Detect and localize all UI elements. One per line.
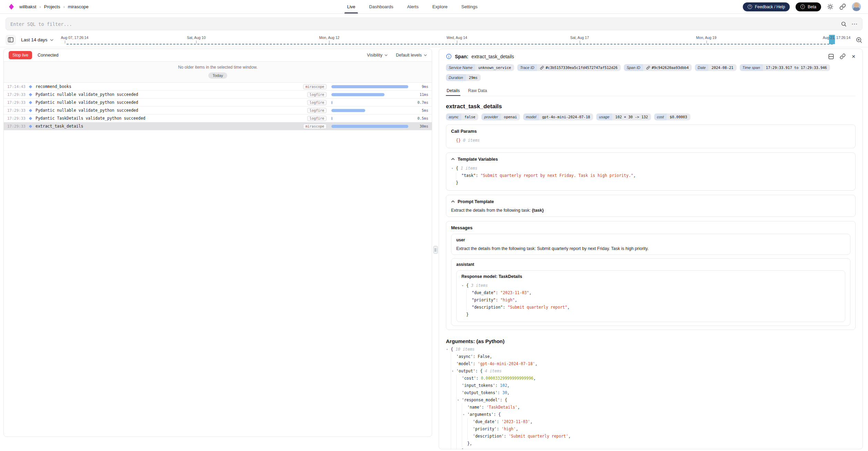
code-line: } [466, 311, 840, 318]
theme-toggle-icon[interactable] [827, 3, 834, 10]
scope-tag: mirascope [303, 84, 327, 89]
log-row[interactable]: 17:29:33 Pydantic nullable validate_pyth… [4, 99, 432, 107]
badge-label: Service Name [446, 64, 475, 71]
scope-tag: logfire [307, 100, 327, 105]
stop-live-button[interactable]: Stop live [9, 51, 32, 59]
log-name: Pydantic nullable validate_python succee… [36, 100, 138, 105]
duration-bar [331, 85, 408, 88]
duration-value: 0.7ms [412, 100, 428, 104]
span-detail-heading: extract_task_details [446, 103, 856, 110]
link-icon[interactable] [646, 66, 650, 70]
collapse-caret-icon[interactable]: ▾ [452, 368, 456, 375]
feedback-help-button[interactable]: ? Feedback / Help [743, 2, 790, 11]
duration-value: 0.5ms [412, 116, 428, 120]
duration-track [331, 109, 408, 112]
span-diamond-icon [29, 124, 32, 128]
scope-tag: logfire [307, 92, 327, 97]
sql-filter-input[interactable] [10, 21, 836, 27]
scope-tag: mirascope [303, 124, 327, 129]
tab-raw-data[interactable]: Raw Data [467, 87, 488, 96]
collapse-caret-icon[interactable]: ▾ [446, 346, 451, 353]
trace-id-badge: Trace ID #c3b5157330ea5c1fd4572747af512d… [517, 64, 621, 71]
async-badge: async false [446, 113, 478, 120]
span-meta-badges: Service Name unknown_service Trace ID #c… [446, 64, 856, 81]
prompt-template-title: Prompt Template [458, 199, 494, 204]
badge-value: $0.00003 [667, 113, 690, 120]
template-variables-card: Template Variables ▾{ 1 items"task": "Su… [446, 152, 856, 191]
collapse-caret-icon[interactable]: ▾ [462, 282, 466, 289]
search-icon[interactable] [841, 21, 847, 27]
time-span-badge: Time span 17:29:33.917 to 17:29:33.946 [740, 64, 830, 71]
question-circle-icon: ? [748, 4, 752, 9]
main-nav-tabs: Live Dashboards Alerts Explore Settings [347, 0, 477, 13]
link-icon[interactable] [540, 66, 544, 70]
tab-live[interactable]: Live [347, 0, 355, 13]
arguments-code: ▾{ 10 items'async': False,'model': 'gpt-… [446, 346, 856, 449]
collapse-section-icon[interactable] [451, 200, 455, 203]
visibility-dropdown[interactable]: Visibility [367, 53, 388, 58]
messages-title: Messages [451, 225, 850, 230]
span-attr-badges: async false provider openai model gpt-4o… [446, 113, 856, 120]
badge-value: gpt-4o-mini-2024-07-18 [539, 113, 593, 120]
badge-value[interactable]: #9c942620aa93dbb4 [652, 66, 689, 70]
close-icon[interactable]: ✕ [851, 54, 856, 59]
collapse-caret-icon[interactable]: ▾ [463, 411, 467, 418]
duration-bar [331, 125, 408, 128]
duration-bar [331, 93, 385, 96]
code-line: ▾{ 3 items [466, 282, 840, 289]
timeline-bar: Last 14 days Aug 07, 17:26:14 Sat, Aug 1… [0, 33, 868, 47]
log-row[interactable]: 17:29:33 Pydantic nullable validate_pyth… [4, 107, 432, 114]
timeline-track[interactable]: Aug 07, 17:26:14 Sat, Aug 10 Mon, Aug 12… [59, 33, 850, 47]
breadcrumb-project[interactable]: mirascope [68, 4, 89, 9]
log-row[interactable]: 17:14:43 recommend_books mirascope 9ms [4, 83, 432, 91]
collapse-caret-icon[interactable]: ▾ [451, 165, 456, 172]
log-name: recommend_books [36, 84, 71, 89]
more-options-icon[interactable]: ⋯ [851, 21, 858, 27]
tab-dashboards[interactable]: Dashboards [369, 0, 393, 13]
sql-filter-box: ⋯ [6, 18, 862, 30]
badge-value: openai [501, 113, 520, 120]
messages-card: Messages user Extract the details from t… [446, 221, 856, 330]
zoom-in-icon[interactable] [856, 37, 862, 43]
duration-value: 5ms [412, 108, 428, 112]
user-avatar[interactable] [852, 2, 861, 11]
copy-link-icon[interactable] [840, 53, 846, 59]
log-row-selected[interactable]: 17:29:33 extract_task_details mirascope … [4, 122, 432, 130]
log-row[interactable]: 17:29:33 Pydantic TaskDetails validate_p… [4, 114, 432, 122]
service-name-badge: Service Name unknown_service [446, 64, 514, 71]
logfire-logo-icon[interactable] [9, 4, 14, 10]
badge-value: 102 + 30 -> 132 [612, 113, 651, 120]
beta-button[interactable]: i Beta [796, 2, 821, 11]
share-link-icon[interactable] [839, 3, 846, 10]
span-details-panel: Span: extract_task_details ✕ Service Nam… [439, 49, 863, 449]
tab-settings[interactable]: Settings [461, 0, 478, 13]
duration-track [331, 93, 408, 96]
tab-alerts[interactable]: Alerts [407, 0, 418, 13]
tab-explore[interactable]: Explore [432, 0, 448, 13]
duration-track [331, 117, 408, 120]
split-view-icon[interactable] [828, 54, 834, 59]
sidebar-toggle-button[interactable] [6, 35, 16, 45]
panel-resize-handle[interactable] [433, 246, 438, 254]
breadcrumb-projects[interactable]: Projects [44, 4, 60, 9]
live-panel-controls: Visibility Default levels [367, 53, 427, 58]
badge-label: model [523, 113, 539, 120]
template-variables-code: ▾{ 1 items"task": "Submit quarterly repo… [451, 165, 850, 187]
collapse-caret-icon[interactable]: ▾ [457, 397, 462, 404]
message-text: Extract the details from the following t… [456, 246, 845, 251]
arguments-heading: Arguments: (as Python) [446, 338, 856, 344]
sql-filter-bar: ⋯ [0, 14, 868, 33]
badge-value[interactable]: #c3b5157330ea5c1fd4572747af512d26 [546, 66, 618, 70]
default-levels-dropdown[interactable]: Default levels [396, 53, 427, 58]
badge-label: cost [654, 113, 667, 120]
span-diamond-icon [29, 117, 32, 120]
tab-details[interactable]: Details [446, 87, 460, 96]
breadcrumb-org[interactable]: willbakst [19, 4, 36, 9]
time-range-dropdown[interactable]: Last 14 days [21, 37, 53, 42]
prompt-variable: {task} [532, 208, 544, 213]
live-log-panel: Stop live Connected Visibility Default l… [3, 49, 432, 437]
prompt-template-card: Prompt Template Extract the details from… [446, 195, 856, 217]
collapse-section-icon[interactable] [451, 158, 455, 160]
log-row[interactable]: 17:29:33 Pydantic nullable validate_pyth… [4, 91, 432, 99]
top-nav: willbakst › Projects › mirascope Live Da… [0, 0, 868, 14]
